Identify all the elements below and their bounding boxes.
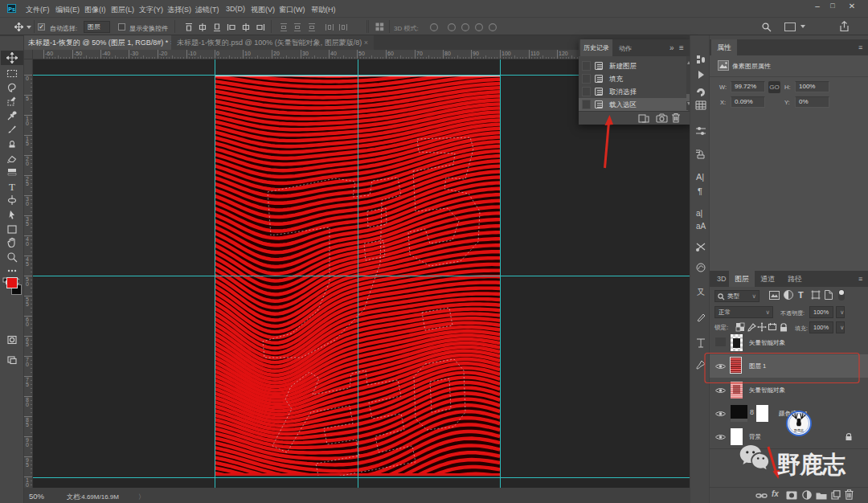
svg-text:野鹿志: 野鹿志 [794,428,804,432]
svg-text:野鹿志: 野鹿志 [777,452,846,477]
